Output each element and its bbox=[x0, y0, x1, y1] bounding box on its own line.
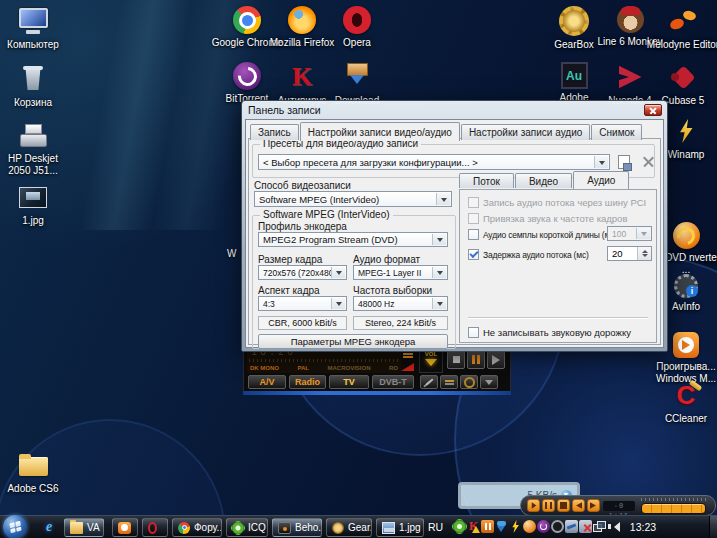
swap-icon bbox=[445, 380, 454, 385]
dialog-titlebar[interactable]: Панель записи bbox=[242, 101, 667, 119]
timer-button[interactable] bbox=[460, 375, 478, 389]
printer-icon bbox=[18, 120, 48, 150]
checkbox-label: Привязка звука к частоте кадров bbox=[483, 213, 627, 224]
spinner-up-icon[interactable] bbox=[642, 247, 648, 253]
window-switch-icon[interactable] bbox=[593, 520, 606, 533]
signal-level-icon bbox=[401, 363, 414, 371]
desktop-icon-ccleaner[interactable]: CCleaner bbox=[648, 380, 717, 425]
tab-snapshot[interactable]: Снимок bbox=[591, 124, 642, 140]
desktop-icon-melodyne[interactable]: Melodyne Editor bbox=[645, 6, 717, 51]
spinner-arrows[interactable] bbox=[637, 247, 651, 260]
mini-forward-button[interactable] bbox=[587, 499, 600, 512]
tab-video[interactable]: Видео bbox=[515, 173, 572, 188]
dropdown-arrow-icon bbox=[636, 228, 650, 239]
desktop-icon-opera[interactable]: Opera bbox=[319, 6, 395, 49]
audio-format-combo[interactable]: MPEG-1 Layer II bbox=[353, 265, 448, 280]
audio-delay-value: 20 bbox=[612, 248, 623, 259]
kaspersky-icon bbox=[287, 62, 317, 92]
language-indicator[interactable]: RU bbox=[428, 521, 443, 533]
preset-combo[interactable]: < Выбор пресета для загрузки конфигураци… bbox=[258, 154, 610, 170]
checkbox-icon bbox=[468, 229, 479, 240]
frame-size-combo[interactable]: 720x576 (720x480) bbox=[258, 265, 347, 280]
taskbar-button-gearbox[interactable]: Gear... bbox=[326, 518, 372, 537]
save-preset-button[interactable] bbox=[615, 154, 633, 170]
right-tabstrip: Поток Видео Аудио bbox=[459, 171, 630, 188]
tab-audio[interactable]: Аудио bbox=[573, 171, 629, 189]
tab-audio-settings[interactable]: Настройки записи аудио bbox=[461, 124, 590, 140]
bittorrent-icon[interactable] bbox=[537, 520, 550, 533]
checkbox-checked-icon bbox=[468, 249, 479, 260]
desktop-icon-computer[interactable]: Компьютер bbox=[0, 6, 71, 51]
video-method-combo[interactable]: Software MPEG (InterVideo) bbox=[254, 191, 452, 207]
audio-options-panel: Запись аудио потока через шину PCI Привя… bbox=[459, 189, 657, 343]
short-samples-combo[interactable]: 100 bbox=[607, 226, 652, 241]
checkbox-label: Аудио семплы короткой длины (мс) bbox=[483, 230, 617, 240]
show-desktop-button[interactable] bbox=[709, 516, 717, 538]
close-button[interactable] bbox=[644, 104, 662, 116]
swap-button[interactable] bbox=[440, 375, 458, 389]
taskbar-button-wmp[interactable] bbox=[112, 518, 138, 537]
spinner-down-icon[interactable] bbox=[642, 254, 648, 260]
profile-combo[interactable]: MPEG2 Program Stream (DVD) bbox=[258, 232, 448, 247]
tab-record[interactable]: Запись bbox=[250, 124, 299, 140]
behold-tv-panel: 18:26 DK MONO PAL MACROVISION RO VOL A/V… bbox=[243, 345, 511, 392]
tab-stream[interactable]: Поток bbox=[459, 173, 514, 188]
download-master-icon[interactable] bbox=[495, 520, 508, 533]
pause-icon[interactable] bbox=[481, 520, 494, 533]
icq-flower-icon[interactable] bbox=[453, 520, 466, 533]
source-av-button[interactable]: A/V bbox=[248, 375, 286, 389]
preset-combo-value: < Выбор пресета для загрузки конфигураци… bbox=[263, 157, 478, 168]
opera-icon bbox=[343, 6, 371, 34]
checkbox-pci-audio[interactable]: Запись аудио потока через шину PCI bbox=[468, 197, 646, 208]
video-bitrate-display[interactable]: CBR, 6000 kBit/s bbox=[258, 316, 347, 330]
kaspersky-icon[interactable] bbox=[467, 520, 480, 533]
taskbar-button-1jpg[interactable]: 1.jpg ... bbox=[376, 518, 424, 537]
audio-bitrate-display[interactable]: Stereo, 224 kBit/s bbox=[353, 316, 448, 330]
mini-stop-button[interactable] bbox=[557, 499, 570, 512]
source-radio-button[interactable]: Radio bbox=[289, 375, 326, 389]
desktop-icon-label: 1.jpg bbox=[22, 215, 44, 227]
tab-video-audio-settings[interactable]: Настройки записи видео/аудио bbox=[300, 122, 460, 141]
source-tv-button[interactable]: TV bbox=[329, 375, 369, 389]
network-error-icon[interactable] bbox=[579, 520, 592, 533]
desktop-icon-recycle-bin[interactable]: Корзина bbox=[0, 64, 71, 109]
desktop-icon-adobe-cs6[interactable]: Adobe CS6 bbox=[0, 450, 71, 495]
opera-icon[interactable] bbox=[551, 520, 564, 533]
checkbox-skip-audio-track[interactable]: Не записывать звуковую дорожку bbox=[468, 327, 631, 338]
taskbar-button-va[interactable]: VA bbox=[64, 518, 104, 537]
source-dvbt-button[interactable]: DVB-T bbox=[372, 375, 414, 389]
winamp-icon[interactable] bbox=[509, 520, 522, 533]
delete-preset-button[interactable] bbox=[639, 154, 657, 170]
taskbar-button-forum[interactable]: Фору... bbox=[172, 518, 222, 537]
taskbar-button-behold[interactable]: Beho... bbox=[272, 518, 322, 537]
taskbar-button-opera[interactable] bbox=[142, 518, 168, 537]
mini-volume-slider[interactable] bbox=[641, 503, 706, 514]
taskbar-button-icq[interactable]: ICQ bbox=[226, 518, 268, 537]
mini-play-button[interactable] bbox=[527, 499, 540, 512]
desktop-icon-hp-deskjet[interactable]: HP Deskjet 2050 J51... bbox=[0, 120, 71, 177]
play-button[interactable] bbox=[487, 350, 505, 369]
ie-quick-launch-icon[interactable]: e bbox=[46, 519, 52, 535]
aspect-combo[interactable]: 4:3 bbox=[258, 296, 347, 311]
bittorrent-icon bbox=[233, 62, 261, 90]
taskbar-clock[interactable]: 13:23 bbox=[618, 521, 668, 533]
mini-pause-button[interactable] bbox=[542, 499, 555, 512]
channel-updown-button[interactable] bbox=[480, 375, 498, 389]
checkbox-sync-audio[interactable]: Привязка звука к частоте кадров bbox=[468, 213, 627, 224]
checkbox-short-samples[interactable]: Аудио семплы короткой длины (мс) bbox=[468, 229, 617, 240]
messenger-icon[interactable] bbox=[565, 520, 578, 533]
sample-rate-combo[interactable]: 48000 Hz bbox=[353, 296, 448, 311]
mpeg-params-button[interactable]: Параметры MPEG энкодера bbox=[258, 334, 448, 349]
start-button[interactable] bbox=[3, 515, 27, 538]
settings-button[interactable] bbox=[420, 375, 438, 389]
desktop-icon-1jpg[interactable]: 1.jpg bbox=[0, 182, 71, 227]
checkbox-audio-delay[interactable]: Задержка аудио потока (мс) bbox=[468, 249, 589, 260]
pause-button[interactable] bbox=[467, 350, 485, 369]
vol-triangle-icon bbox=[425, 359, 437, 372]
stop-button[interactable] bbox=[447, 350, 465, 369]
audio-delay-spinner[interactable]: 20 bbox=[607, 246, 652, 261]
desktop-icon-label: GearBox bbox=[554, 39, 593, 51]
rewind-icon bbox=[575, 502, 582, 509]
mini-rewind-button[interactable] bbox=[572, 499, 585, 512]
anydvd-icon[interactable] bbox=[523, 520, 536, 533]
